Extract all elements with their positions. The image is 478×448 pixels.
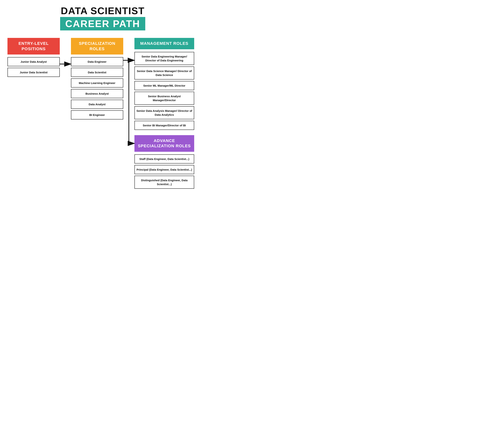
entry-role-1: Junior Data Analyst bbox=[7, 57, 60, 66]
advance-role-2: Principal (Data Engineer, Data Scientist… bbox=[134, 165, 194, 174]
advance-role-3: Distinguished (Data Engineer, Data Scien… bbox=[134, 176, 194, 189]
spec-role-6: BI Engineer bbox=[71, 110, 123, 119]
advance-section: ADVANCE SPECIALIZATION ROLES Staff (Data… bbox=[134, 135, 194, 190]
spec-role-5: Data Analyst bbox=[71, 100, 123, 109]
mgmt-role-2: Senior Data Science Manager/ Director of… bbox=[134, 66, 194, 80]
mgmt-header: MANAGEMENT ROLES bbox=[134, 38, 194, 49]
spec-role-4: Business Analyst bbox=[71, 89, 123, 98]
advance-header: ADVANCE SPECIALIZATION ROLES bbox=[134, 135, 194, 152]
mgmt-role-4: Senior Business Analyst Manager/Director bbox=[134, 92, 194, 105]
spec-role-2: Data Scientist bbox=[71, 68, 123, 77]
title-line2: CAREER PATH bbox=[65, 18, 140, 29]
mgmt-column: MANAGEMENT ROLES Senior Data Engineering… bbox=[134, 38, 194, 190]
title-section: DATA SCIENTIST CAREER PATH bbox=[7, 6, 198, 31]
spec-role-3: Machine Learning Engineer bbox=[71, 78, 123, 87]
mgmt-role-6: Senior BI Manager/Director of BI bbox=[134, 121, 194, 130]
entry-role-2: Junior Data Scientist bbox=[7, 68, 60, 77]
advance-role-1: Staff (Data Engineer, Data Scientist...) bbox=[134, 154, 194, 163]
spec-column: SPECIALIZATION ROLES Data Engineer Data … bbox=[71, 38, 123, 121]
spec-role-1: Data Engineer bbox=[71, 57, 123, 66]
spec-header: SPECIALIZATION ROLES bbox=[71, 38, 123, 55]
mgmt-role-1: Senior Data Engineering Manager/ Directo… bbox=[134, 52, 194, 65]
mgmt-role-5: Senior Data Analysis Manager/ Director o… bbox=[134, 106, 194, 119]
mgmt-role-3: Senior ML Manager/ML Director bbox=[134, 81, 194, 90]
entry-column: ENTRY-LEVEL POSITIONS Junior Data Analys… bbox=[7, 38, 60, 78]
entry-header: ENTRY-LEVEL POSITIONS bbox=[7, 38, 60, 55]
title-line1: DATA SCIENTIST bbox=[7, 6, 198, 16]
